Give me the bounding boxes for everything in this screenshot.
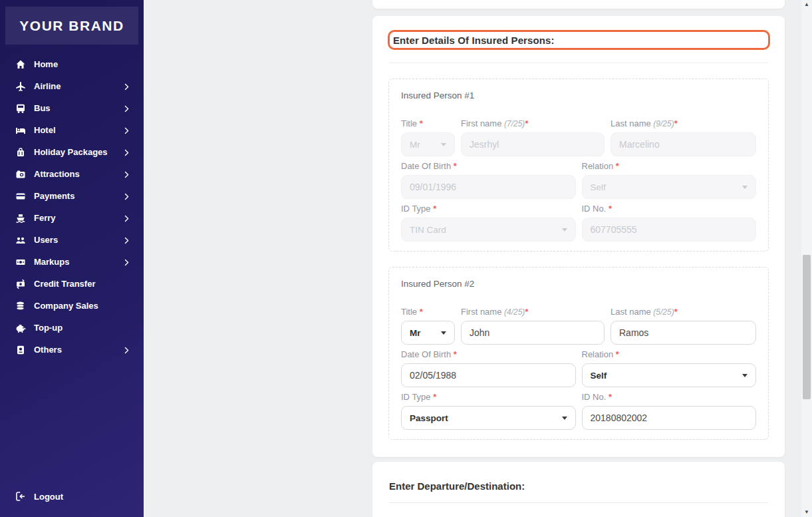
chevron-right-icon [122, 148, 132, 157]
required-asterisk: * [525, 307, 528, 317]
others-icon [15, 344, 26, 355]
field-label: ID Type * [401, 392, 576, 402]
sidebar-item-logout[interactable]: Logout [0, 484, 144, 508]
required-asterisk: * [454, 349, 457, 359]
required-asterisk: * [609, 392, 612, 402]
first-name-input [461, 132, 605, 156]
logout-icon [15, 491, 26, 502]
caret-down-icon [441, 331, 446, 335]
sidebar-item-payments[interactable]: Payments [0, 185, 144, 207]
last-name-input[interactable] [610, 321, 756, 345]
field-label: Last name (9/25)* [610, 118, 756, 128]
date-of-birth-input [401, 175, 576, 199]
field-label: Relation * [582, 349, 757, 359]
person-heading: Insured Person #2 [401, 279, 756, 289]
bus-icon [15, 102, 26, 114]
sidebar-item-home[interactable]: Home [0, 53, 144, 75]
caret-down-icon [562, 417, 567, 420]
sidebar-item-credit-transfer[interactable]: Credit Transfer [0, 273, 144, 295]
chevron-right-icon [122, 345, 132, 355]
sidebar-nav: HomeAirlineBusHotelHoliday PackagesAttra… [0, 53, 144, 361]
holiday-packages-icon [15, 146, 26, 158]
last-name-input [610, 132, 756, 156]
sidebar-item-markups[interactable]: Markups [0, 251, 144, 273]
sidebar-item-company-sales[interactable]: Company Sales [0, 295, 144, 317]
sidebar-item-label: Airline [34, 81, 122, 91]
person-heading: Insured Person #1 [401, 90, 756, 100]
insured-persons-card: Enter Details Of Insured Persons: Insure… [372, 16, 785, 457]
credit-transfer-icon [15, 278, 26, 289]
field-label: Relation * [582, 161, 757, 171]
ferry-icon [15, 212, 26, 224]
sidebar-item-label: Others [34, 345, 122, 355]
chevron-right-icon [122, 126, 132, 135]
sidebar-item-users[interactable]: Users [0, 229, 144, 251]
relation-select[interactable]: Self [582, 363, 757, 387]
insured-persons-heading-box: Enter Details Of Insured Persons: [388, 30, 770, 50]
field-label: Title * [401, 118, 455, 128]
chevron-right-icon [122, 258, 132, 267]
sidebar-item-top-up[interactable]: Top-up [0, 317, 144, 339]
sidebar-item-bus[interactable]: Bus [0, 97, 144, 119]
departure-destination-card: Enter Departure/Destination: [372, 462, 785, 517]
company-sales-icon [15, 300, 26, 311]
sidebar-item-ferry[interactable]: Ferry [0, 207, 144, 229]
home-icon [15, 59, 26, 70]
caret-down-icon [562, 228, 567, 232]
relation-select: Self [582, 175, 757, 199]
brand-logo: YOUR BRAND [5, 7, 138, 45]
sidebar-item-label: Hotel [34, 125, 122, 135]
sidebar-item-hotel[interactable]: Hotel [0, 119, 144, 141]
id-type-select[interactable]: Passport [401, 406, 576, 430]
field-label: ID No. * [582, 204, 757, 214]
required-asterisk: * [433, 392, 436, 402]
field-label: ID Type * [401, 204, 576, 214]
sidebar-item-airline[interactable]: Airline [0, 75, 144, 97]
sidebar-item-label: Users [34, 235, 122, 245]
sidebar-item-holiday-packages[interactable]: Holiday Packages [0, 141, 144, 163]
date-of-birth-input[interactable] [401, 363, 576, 387]
users-icon [15, 234, 26, 246]
heading-divider [389, 63, 768, 63]
previous-card [372, 0, 785, 9]
chevron-right-icon [122, 214, 132, 223]
sidebar-item-label: Top-up [34, 323, 132, 333]
sidebar-item-others[interactable]: Others [0, 339, 144, 361]
page-scrollbar[interactable]: ▲ ▼ [801, 0, 812, 517]
required-asterisk: * [674, 118, 678, 128]
chevron-right-icon [122, 82, 132, 91]
field-label: Date Of Birth * [401, 349, 576, 359]
id-type-select: TIN Card [401, 218, 576, 242]
required-asterisk: * [616, 349, 619, 359]
departure-destination-title: Enter Departure/Destination: [389, 480, 785, 492]
required-asterisk: * [674, 307, 678, 317]
departure-divider [389, 502, 768, 503]
scrollbar-thumb[interactable] [803, 255, 811, 399]
airline-icon [15, 81, 26, 92]
sidebar-item-label: Attractions [34, 169, 122, 179]
sidebar-item-label: Holiday Packages [34, 147, 122, 157]
field-label: First name (4/25)* [461, 307, 605, 317]
title-select: Mr [401, 132, 455, 156]
top-up-icon [15, 322, 26, 333]
sidebar-item-label: Ferry [34, 213, 122, 223]
title-select[interactable]: Mr [401, 321, 455, 345]
sidebar-item-label: Company Sales [34, 301, 132, 311]
required-asterisk: * [454, 161, 457, 171]
sidebar-item-attractions[interactable]: Attractions [0, 163, 144, 185]
insured-persons-title: Enter Details Of Insured Persons: [393, 35, 555, 46]
scroll-up-arrow-icon[interactable]: ▲ [801, 0, 812, 9]
chevron-right-icon [122, 236, 132, 245]
id-no-input[interactable] [582, 406, 757, 430]
sidebar-item-label: Home [34, 59, 132, 69]
chevron-right-icon [122, 192, 132, 201]
caret-down-icon [742, 374, 747, 377]
caret-down-icon [441, 143, 446, 146]
required-asterisk: * [609, 204, 612, 214]
required-asterisk: * [525, 118, 528, 128]
first-name-input[interactable] [461, 321, 605, 345]
required-asterisk: * [420, 118, 423, 128]
required-asterisk: * [433, 204, 436, 214]
markups-icon [15, 256, 26, 267]
scroll-down-arrow-icon[interactable]: ▼ [801, 508, 812, 517]
